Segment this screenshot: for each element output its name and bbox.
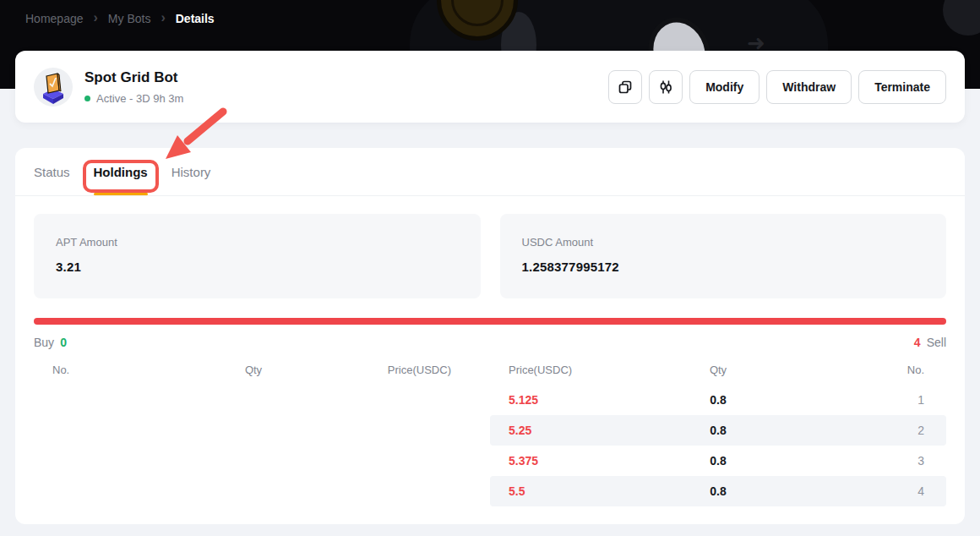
buy-orders-table: No. Qty Price(USDC) (34, 362, 473, 506)
bot-avatar (34, 68, 73, 107)
holdings-panel: APT Amount 3.21 USDC Amount 1.2583779951… (15, 214, 965, 506)
usdc-amount-label: USDC Amount (522, 236, 925, 249)
sell-price: 5.125 (490, 393, 642, 407)
buy-label: Buy (34, 336, 54, 349)
tab-status[interactable]: Status (34, 148, 70, 195)
col-no: No. (34, 364, 180, 376)
sell-label: Sell (927, 336, 946, 349)
sell-price: 5.5 (490, 484, 642, 498)
sell-ratio-progress-bar (34, 318, 946, 325)
col-price: Price(USDC) (327, 364, 473, 376)
col-price: Price(USDC) (490, 364, 642, 376)
table-row: 5.5 0.8 4 (490, 476, 946, 506)
tab-holdings-label: Holdings (94, 165, 148, 179)
bot-header-card: Spot Grid Bot Active - 3D 9h 3m Modify W… (15, 51, 965, 123)
modify-button[interactable]: Modify (689, 70, 760, 104)
amount-cards: APT Amount 3.21 USDC Amount 1.2583779951… (34, 214, 946, 298)
apt-amount-value: 3.21 (56, 260, 459, 274)
sell-orders-table: Price(USDC) Qty No. 5.125 0.8 1 5.25 0.8… (490, 362, 946, 506)
sell-table-rows: 5.125 0.8 1 5.25 0.8 2 5.375 0.8 3 (490, 385, 946, 506)
buy-sell-counts: Buy 0 4 Sell (34, 336, 946, 349)
col-qty: Qty (180, 364, 326, 376)
col-no: No. (794, 364, 946, 376)
sell-count: 4 (914, 336, 921, 349)
apt-amount-label: APT Amount (56, 236, 459, 249)
chevron-right-icon: › (161, 10, 165, 25)
table-row: 5.25 0.8 2 (490, 415, 946, 446)
active-status-dot-icon (84, 96, 90, 101)
candlestick-chart-icon (657, 79, 674, 96)
breadcrumb: Homepage › My Bots › Details (25, 11, 215, 26)
header-actions: Modify Withdraw Terminate (608, 70, 946, 104)
sell-no: 3 (794, 454, 946, 468)
col-qty: Qty (642, 364, 794, 376)
sell-qty: 0.8 (642, 424, 794, 437)
active-tab-underline (94, 193, 148, 195)
page-title: Spot Grid Bot (84, 69, 183, 86)
tab-bar: Status Holdings History (15, 148, 965, 196)
buy-count-group: Buy 0 (34, 336, 67, 349)
usdc-amount-card: USDC Amount 1.258377995172 (500, 214, 947, 298)
sell-price: 5.25 (490, 424, 642, 437)
breadcrumb-details: Details (176, 12, 215, 25)
sell-table-header: Price(USDC) Qty No. (490, 362, 946, 377)
sell-no: 1 (794, 393, 946, 407)
sell-no: 4 (794, 484, 946, 498)
table-row: 5.375 0.8 3 (490, 446, 946, 476)
buy-table-header: No. Qty Price(USDC) (34, 362, 473, 377)
sell-qty: 0.8 (642, 484, 794, 498)
table-row: 5.125 0.8 1 (490, 385, 946, 415)
sell-qty: 0.8 (642, 454, 794, 468)
chart-button[interactable] (649, 70, 683, 104)
breadcrumb-homepage[interactable]: Homepage (25, 12, 84, 25)
grid-bot-icon (35, 68, 72, 106)
bot-details-card: Status Holdings History APT Amount 3.21 … (15, 148, 965, 524)
copy-button[interactable] (608, 70, 642, 104)
sell-count-group: 4 Sell (914, 336, 946, 349)
sell-no: 2 (794, 424, 946, 437)
status-text: Active - 3D 9h 3m (96, 92, 183, 105)
tab-history[interactable]: History (172, 148, 211, 195)
orders-tables: No. Qty Price(USDC) Price(USDC) Qty No. … (34, 362, 946, 506)
bot-identity: Spot Grid Bot Active - 3D 9h 3m (84, 69, 183, 105)
breadcrumb-my-bots[interactable]: My Bots (108, 12, 151, 25)
tab-holdings[interactable]: Holdings (94, 148, 148, 195)
copy-icon (617, 79, 634, 96)
terminate-button[interactable]: Terminate (858, 70, 946, 104)
buy-count: 0 (60, 336, 67, 349)
usdc-amount-value: 1.258377995172 (522, 260, 925, 274)
banner-corner-illustration (943, 0, 980, 36)
sell-qty: 0.8 (642, 393, 794, 407)
withdraw-button[interactable]: Withdraw (766, 70, 852, 104)
bot-status: Active - 3D 9h 3m (84, 92, 183, 105)
chevron-right-icon: › (94, 10, 98, 25)
sell-price: 5.375 (490, 454, 642, 468)
apt-amount-card: APT Amount 3.21 (34, 214, 481, 298)
